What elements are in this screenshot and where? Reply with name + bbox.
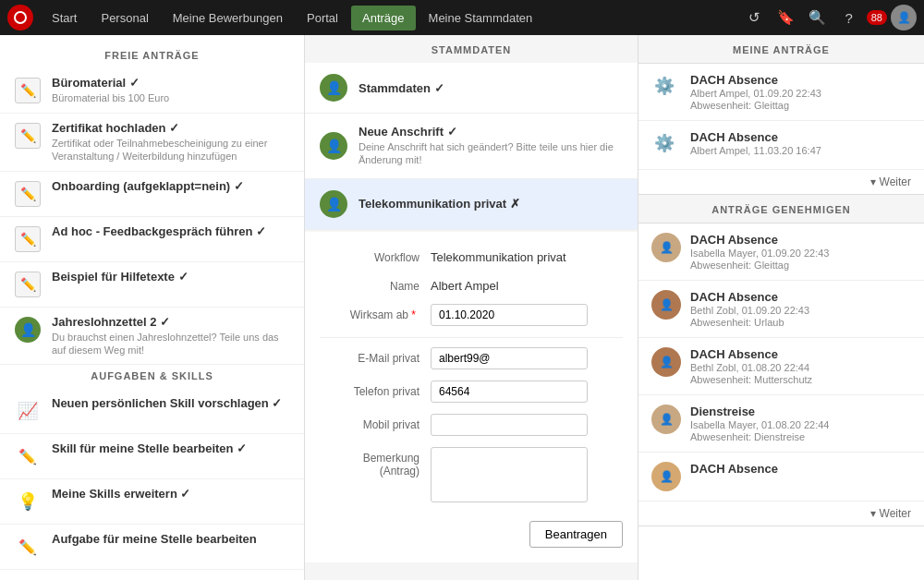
list-item[interactable]: ✏️ Skill für meine Stelle bearbeiten ✓ bbox=[0, 434, 304, 479]
search-icon[interactable]: 🔍 bbox=[804, 4, 832, 31]
bemerkung-textarea[interactable] bbox=[431, 447, 588, 502]
name-value: Albert Ampel bbox=[431, 275, 499, 293]
nav-portal[interactable]: Portal bbox=[296, 6, 349, 30]
stammdaten-card: 👤 Stammdaten ✓ 👤 Neue Anschrift ✓ Deine … bbox=[305, 63, 638, 230]
nav-personal[interactable]: Personal bbox=[90, 6, 159, 30]
list-item[interactable]: ✏️ Zertifikat hochladen ✓ Zertifikat ode… bbox=[0, 114, 304, 172]
gear-icon: ⚙️ bbox=[654, 133, 678, 157]
wirksam-label: Wirksam ab * bbox=[320, 304, 431, 321]
telefon-input[interactable] bbox=[431, 381, 588, 403]
right-item-title: DACH Absence bbox=[690, 290, 809, 304]
stammdaten-item-stammdaten[interactable]: 👤 Stammdaten ✓ bbox=[305, 63, 638, 114]
stamm-subtitle: Deine Anschrift hat sich geändert? Bitte… bbox=[359, 140, 623, 167]
meine-antraege-section: MEINE ANTRÄGE ⚙️ DACH Absence Albert Amp… bbox=[638, 35, 924, 195]
wirksam-input[interactable] bbox=[431, 304, 588, 326]
form-row-telefon: Telefon privat bbox=[320, 381, 623, 403]
avatar: 👤 bbox=[651, 405, 681, 434]
mobil-label: Mobil privat bbox=[320, 414, 431, 431]
meine-item-1[interactable]: ⚙️ DACH Absence Albert Ampel, 01.09.20 2… bbox=[638, 64, 924, 121]
item-subtitle: Du brauchst einen Jahreslohnzettel? Teil… bbox=[52, 331, 291, 357]
right-item-sub2: Abwesenheit: Gleittag bbox=[690, 260, 829, 271]
item-title: Büromaterial ✓ bbox=[52, 76, 291, 90]
right-item-title: DACH Absence bbox=[690, 462, 778, 476]
right-item-sub1: Albert Ampel, 01.09.20 22:43 bbox=[690, 88, 821, 99]
right-item-sub1: Isabella Mayer, 01.08.20 22:44 bbox=[690, 419, 829, 430]
right-item-sub1: Isabella Mayer, 01.09.20 22:43 bbox=[690, 248, 829, 259]
item-subtitle: Büromaterial bis 100 Euro bbox=[52, 91, 291, 104]
person-icon: 👤 bbox=[320, 74, 347, 102]
genehmigen-item-4[interactable]: 👤 Dienstreise Isabella Mayer, 01.08.20 2… bbox=[638, 395, 924, 453]
email-label: E-Mail privat bbox=[320, 347, 431, 365]
genehmigen-item-1[interactable]: 👤 DACH Absence Isabella Mayer, 01.09.20 … bbox=[638, 224, 924, 281]
genehmigen-item-2[interactable]: 👤 DACH Absence Bethl Zobl, 01.09.20 22:4… bbox=[638, 281, 924, 338]
item-title: Jahreslohnzettel 2 ✓ bbox=[52, 315, 291, 329]
help-icon[interactable]: ? bbox=[835, 4, 863, 31]
person-icon: 👤 bbox=[15, 317, 41, 343]
top-nav: Start Personal Meine Bewerbungen Portal … bbox=[0, 0, 924, 35]
item-title: Meine Skills erweitern ✓ bbox=[52, 487, 291, 501]
person-icon: 👤 bbox=[320, 190, 347, 218]
right-item-sub2: Abwesenheit: Urlaub bbox=[690, 317, 809, 328]
workflow-value: Telekommunikation privat bbox=[431, 247, 566, 264]
bemerkung-label: Bemerkung (Antrag) bbox=[320, 447, 431, 477]
edit-icon: ✏️ bbox=[15, 272, 41, 297]
pencil-icon: ✏️ bbox=[15, 534, 41, 560]
right-item-sub1: Albert Ampel, 11.03.20 16:47 bbox=[690, 145, 821, 156]
gear-icon: ⚙️ bbox=[654, 76, 678, 100]
meine-item-2[interactable]: ⚙️ DACH Absence Albert Ampel, 11.03.20 1… bbox=[638, 121, 924, 170]
edit-icon: ✏️ bbox=[15, 78, 41, 103]
list-item[interactable]: ✏️ Onboarding (aufgeklappt=nein) ✓ bbox=[0, 172, 304, 217]
edit-icon: ✏️ bbox=[15, 226, 41, 252]
left-panel: FREIE ANTRÄGE ✏️ Büromaterial ✓ Büromate… bbox=[0, 35, 305, 580]
name-label: Name bbox=[320, 275, 431, 293]
avatar: 👤 bbox=[651, 233, 681, 262]
avatar[interactable]: 👤 bbox=[891, 5, 917, 30]
history-icon[interactable]: ↺ bbox=[741, 4, 769, 31]
form-row-mobil: Mobil privat bbox=[320, 414, 623, 436]
meine-antraege-header: MEINE ANTRÄGE bbox=[638, 35, 924, 64]
item-title: Onboarding (aufgeklappt=nein) ✓ bbox=[52, 179, 291, 193]
right-item-sub2: Abwesenheit: Gleittag bbox=[690, 100, 821, 111]
list-item[interactable]: 👤 Jahreslohnzettel 2 ✓ Du brauchst einen… bbox=[0, 308, 304, 366]
list-item[interactable]: ✏️ Büromaterial ✓ Büromaterial bis 100 E… bbox=[0, 68, 304, 114]
avatar: 👤 bbox=[651, 290, 681, 320]
list-item[interactable]: ✏️ Beispiel für Hilfetexte ✓ bbox=[0, 262, 304, 308]
stammdaten-item-telekommunikation[interactable]: 👤 Telekommunikation privat ✗ bbox=[305, 179, 638, 230]
genehmigen-item-3[interactable]: 👤 DACH Absence Bethl Zobl, 01.08.20 22:4… bbox=[638, 338, 924, 395]
list-item[interactable]: ✏️ Ad hoc - Feedbackgespräch führen ✓ bbox=[0, 217, 304, 262]
item-title: Beispiel für Hilfetexte ✓ bbox=[52, 270, 291, 284]
stammdaten-header: STAMMDATEN bbox=[305, 35, 638, 63]
weiter-link[interactable]: ▾ Weiter bbox=[638, 170, 924, 195]
avatar: 👤 bbox=[651, 462, 681, 491]
nav-antraege[interactable]: Anträge bbox=[351, 6, 416, 30]
bookmark-icon[interactable]: 🔖 bbox=[772, 4, 800, 31]
mobil-input[interactable] bbox=[431, 414, 588, 436]
required-star: * bbox=[411, 308, 416, 321]
stammdaten-item-anschrift[interactable]: 👤 Neue Anschrift ✓ Deine Anschrift hat s… bbox=[305, 114, 638, 179]
beantragen-button[interactable]: Beantragen bbox=[529, 521, 623, 548]
right-item-title: DACH Absence bbox=[690, 233, 829, 247]
list-item[interactable]: ✏️ Aufgabe für meine Stelle bearbeiten bbox=[0, 525, 304, 570]
nav-start[interactable]: Start bbox=[41, 6, 88, 30]
list-item[interactable]: 📈 Neuen persönlichen Skill vorschlagen ✓ bbox=[0, 389, 304, 434]
genehmigen-header: ANTRÄGE GENEHMIGEN bbox=[638, 195, 924, 224]
nav-stammdaten[interactable]: Meine Stammdaten bbox=[418, 6, 544, 30]
workflow-label: Workflow bbox=[320, 247, 431, 264]
genehmigen-item-5[interactable]: 👤 DACH Absence bbox=[638, 453, 924, 501]
stamm-title: Neue Anschrift ✓ bbox=[359, 125, 623, 139]
item-title: Ad hoc - Feedbackgespräch führen ✓ bbox=[52, 224, 291, 238]
lightbulb-icon: 💡 bbox=[15, 489, 41, 514]
right-item-sub2: Abwesenheit: Dienstreise bbox=[690, 431, 829, 442]
nav-bewerbungen[interactable]: Meine Bewerbungen bbox=[162, 6, 294, 30]
email-input[interactable] bbox=[431, 347, 588, 369]
list-item[interactable]: 💡 Meine Skills erweitern ✓ bbox=[0, 479, 304, 525]
form-row-wirksam: Wirksam ab * bbox=[320, 304, 623, 326]
form-card: Workflow Telekommunikation privat Name A… bbox=[305, 232, 638, 562]
item-title: Zertifikat hochladen ✓ bbox=[52, 121, 291, 135]
genehmigen-section: ANTRÄGE GENEHMIGEN 👤 DACH Absence Isabel… bbox=[638, 195, 924, 526]
logo[interactable] bbox=[7, 5, 33, 30]
notification-badge[interactable]: 88 bbox=[867, 10, 887, 25]
weiter2-link[interactable]: ▾ Weiter bbox=[638, 501, 924, 526]
form-row-email: E-Mail privat bbox=[320, 347, 623, 369]
right-panel: MEINE ANTRÄGE ⚙️ DACH Absence Albert Amp… bbox=[638, 35, 924, 580]
